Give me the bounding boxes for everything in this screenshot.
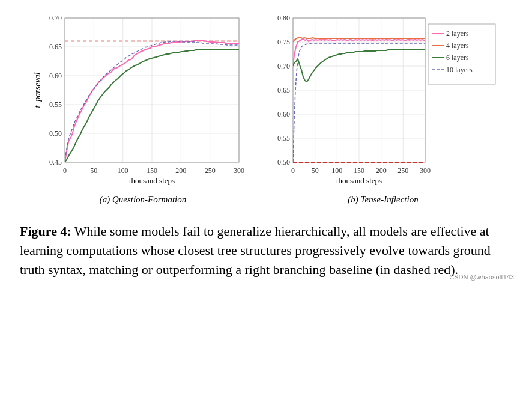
left-x-axis-title: thousand steps [129,176,175,185]
figure-container: 0.45 0.50 0.55 0.60 0.65 0.70 t_parseval… [12,12,520,281]
svg-text:100: 100 [118,166,128,175]
svg-text:250: 250 [397,166,408,175]
svg-text:300: 300 [420,166,431,175]
svg-text:0.80: 0.80 [277,14,290,22]
svg-text:100: 100 [331,166,342,175]
caption-label: Figure 4: [20,224,71,239]
svg-text:50: 50 [90,166,97,175]
svg-text:10 layers: 10 layers [446,65,473,74]
svg-text:250: 250 [205,166,216,175]
y-label-045: 0.45 [49,158,62,166]
right-x-axis-title: thousand steps [336,176,382,185]
right-chart: 0.50 0.55 0.60 0.65 0.70 0.75 0.80 0 50 … [266,12,500,192]
y-label-055: 0.55 [49,100,62,109]
left-chart: 0.45 0.50 0.55 0.60 0.65 0.70 t_parseval… [32,12,254,192]
y-label-050: 0.50 [49,129,62,138]
caption-text: While some models fail to generalize hie… [20,224,491,277]
svg-text:300: 300 [234,166,244,175]
svg-text:0: 0 [291,166,295,175]
left-y-axis-title: t_parseval [33,72,42,108]
y-label-060: 0.60 [49,72,62,80]
figure-caption: Figure 4: While some models fail to gene… [20,222,512,279]
left-chart-wrapper: 0.45 0.50 0.55 0.60 0.65 0.70 t_parseval… [32,12,254,205]
charts-row: 0.45 0.50 0.55 0.60 0.65 0.70 t_parseval… [12,12,520,205]
svg-text:150: 150 [354,166,364,175]
svg-text:0.60: 0.60 [277,110,290,118]
svg-text:2 layers: 2 layers [446,29,469,38]
svg-text:4 layers: 4 layers [446,41,469,50]
watermark: CSDN @whaosoft143 [449,273,514,281]
svg-text:50: 50 [312,166,319,175]
svg-text:0.75: 0.75 [277,38,290,46]
svg-text:0.70: 0.70 [277,62,290,70]
svg-text:0: 0 [63,166,67,175]
svg-text:200: 200 [175,166,186,175]
svg-text:150: 150 [147,166,157,175]
left-chart-title: (a) Question-Formation [100,195,187,205]
y-label-070: 0.70 [49,14,62,22]
y-label-065: 0.65 [49,43,62,51]
svg-text:0.50: 0.50 [277,158,290,166]
svg-text:6 layers: 6 layers [446,53,469,62]
svg-text:0.55: 0.55 [277,134,290,142]
right-chart-wrapper: 0.50 0.55 0.60 0.65 0.70 0.75 0.80 0 50 … [266,12,500,205]
svg-text:0.65: 0.65 [277,86,290,94]
svg-text:200: 200 [376,166,387,175]
right-chart-title: (b) Tense-Inflection [348,195,418,205]
